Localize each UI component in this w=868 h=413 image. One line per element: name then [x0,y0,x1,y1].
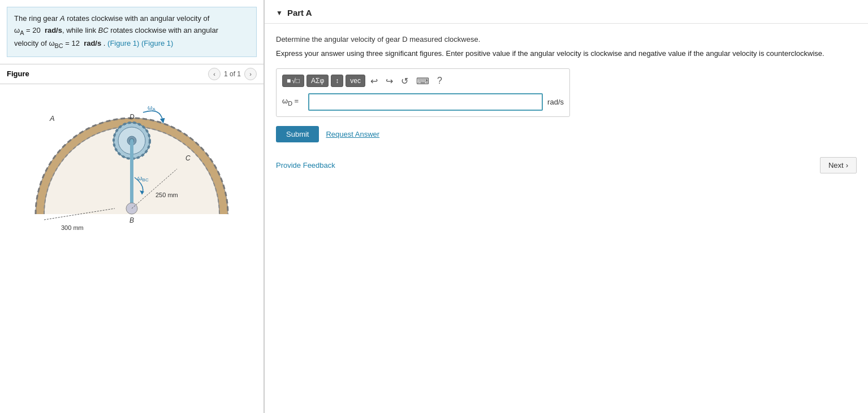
math-template-icon: ■ [287,77,291,85]
left-panel: The ring gear A rotates clockwise with a… [0,0,265,413]
action-row: Submit Request Answer [276,126,857,142]
part-title: Part A [287,8,312,18]
problem-line3: velocity of ωBC = 12 rad/s . (Figure 1) [14,39,139,47]
figure-title: Figure [7,69,29,78]
answer-subscript: D [288,100,292,107]
redo-btn[interactable]: ↪ [383,75,396,88]
next-label: Next [828,161,844,169]
svg-text:C: C [185,154,191,162]
svg-text:250 mm: 250 mm [156,192,178,198]
svg-text:B: B [129,216,134,224]
math-toolbar: ■ √□ ΑΣφ ↕ vec ↩ ↪ ↺ ⌨ ? [282,75,564,88]
vec-btn[interactable]: vec [346,75,365,87]
problem-line2: ωA = 20 rad/s, while link BC rotates clo… [14,26,218,34]
submit-button[interactable]: Submit [276,126,319,142]
input-box: ■ √□ ΑΣφ ↕ vec ↩ ↪ ↺ ⌨ ? ωD = rad/s [276,68,570,117]
answer-label: ωD = [282,97,304,107]
math-template-btn[interactable]: ■ √□ [282,75,304,87]
figure-section: Figure ‹ 1 of 1 › [0,64,264,413]
figure-content: D ωA ωBC B [0,84,264,413]
svg-text:D: D [129,113,135,121]
greek-symbols-btn[interactable]: ΑΣφ [306,75,329,87]
gear-diagram: D ωA ωBC B [30,90,234,254]
svg-text:300 mm: 300 mm [61,224,84,231]
figure-prev-btn[interactable]: ‹ [208,68,221,80]
request-answer-link[interactable]: Request Answer [326,130,379,138]
answer-input[interactable] [308,93,543,111]
collapse-arrow[interactable]: ▼ [276,9,283,17]
figure-count: 1 of 1 [224,70,241,78]
problem-text: The ring gear A rotates clockwise with a… [7,7,257,57]
problem-line1: The ring gear A rotates clockwise with a… [14,14,209,23]
feedback-link[interactable]: Provide Feedback [276,161,335,169]
figure-link[interactable]: (Figure 1) [107,39,139,47]
figure-nav: ‹ 1 of 1 › [208,68,257,80]
updown-btn[interactable]: ↕ [331,75,343,87]
part-header: ▼ Part A [265,0,868,24]
answer-unit: rad/s [547,98,564,106]
sqrt-icon: √□ [292,77,300,85]
answer-row: ωD = rad/s [282,93,564,111]
problem-description: Determine the angular velocity of gear D… [276,35,857,44]
next-button[interactable]: Next › [820,157,857,173]
instruction-text: Express your answer using three signific… [276,48,857,59]
figure-link-text[interactable]: (Figure 1) [141,39,173,47]
help-btn[interactable]: ? [434,75,445,87]
svg-text:A: A [49,114,55,123]
right-panel: ▼ Part A Determine the angular velocity … [265,0,868,413]
feedback-row: Provide Feedback Next › [265,151,868,179]
undo-btn[interactable]: ↩ [368,75,381,88]
next-arrow-icon: › [846,161,848,169]
figure-next-btn[interactable]: › [244,68,257,80]
keyboard-btn[interactable]: ⌨ [413,75,432,88]
part-content: Determine the angular velocity of gear D… [265,24,868,151]
figure-header: Figure ‹ 1 of 1 › [0,64,264,84]
reset-btn[interactable]: ↺ [398,75,411,88]
